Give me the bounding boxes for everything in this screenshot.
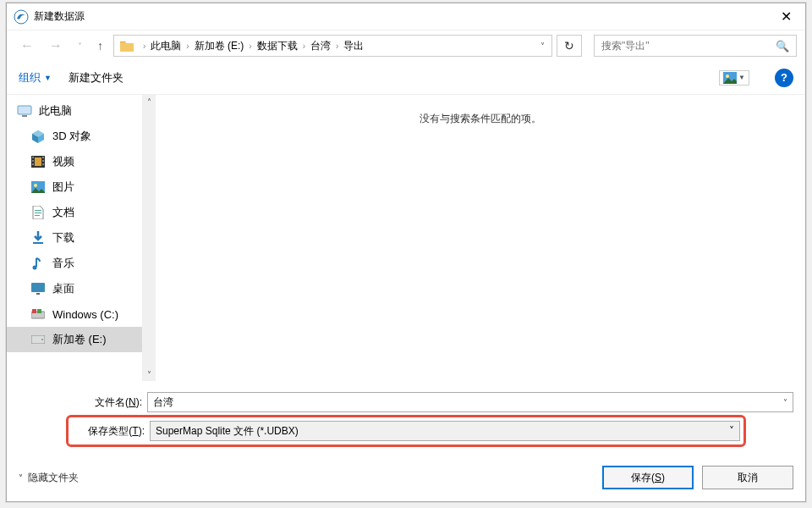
new-folder-button[interactable]: 新建文件夹 <box>69 70 123 86</box>
sidebar-item-music[interactable]: 音乐 <box>7 251 156 276</box>
savetype-label: 保存类型(T): <box>72 424 150 439</box>
chevron-right-icon: › <box>331 41 343 51</box>
chevron-down-icon: ˅ <box>19 473 23 483</box>
sidebar-root-this-pc[interactable]: 此电脑 <box>7 98 156 124</box>
sidebar-item-downloads[interactable]: 下载 <box>7 225 156 251</box>
chevron-right-icon: › <box>138 41 151 51</box>
nav-row: ← → ˅ ↑ › 此电脑 › 新加卷 (E:) › 数据下载 › 台湾 › 导… <box>7 30 805 61</box>
desktop-icon <box>30 281 46 296</box>
drive-icon <box>30 306 46 322</box>
svg-rect-15 <box>35 210 41 211</box>
help-button[interactable]: ? <box>775 69 793 87</box>
tree-label: Windows (C:) <box>52 308 118 321</box>
scroll-down-icon[interactable]: ˅ <box>142 367 156 381</box>
tree-label: 图片 <box>52 179 74 195</box>
picture-icon <box>723 72 737 84</box>
empty-message: 没有与搜索条件匹配的项。 <box>420 112 541 381</box>
svg-rect-21 <box>36 293 40 295</box>
search-icon: 🔍 <box>776 40 789 52</box>
save-dialog: 新建数据源 ✕ ← → ˅ ↑ › 此电脑 › 新加卷 (E:) › 数据下载 … <box>6 3 806 502</box>
svg-rect-9 <box>42 157 44 158</box>
doc-icon <box>30 205 46 220</box>
breadcrumb[interactable]: › 此电脑 › 新加卷 (E:) › 数据下载 › 台湾 › 导出 ˅ <box>113 35 552 57</box>
close-button[interactable]: ✕ <box>774 8 798 25</box>
app-icon <box>14 9 29 25</box>
chevron-right-icon: › <box>244 41 256 51</box>
tree-label: 3D 对象 <box>52 129 91 144</box>
music-icon <box>30 256 46 271</box>
recent-dropdown[interactable]: ˅ <box>73 41 87 51</box>
tree-label: 视频 <box>52 154 74 169</box>
filename-label: 文件名(N): <box>69 395 147 410</box>
svg-rect-10 <box>42 160 44 162</box>
sidebar-item-videos[interactable]: 视频 <box>7 149 156 174</box>
svg-rect-17 <box>35 215 40 216</box>
svg-point-26 <box>41 339 43 340</box>
chevron-right-icon: › <box>298 41 310 51</box>
download-icon <box>30 230 46 246</box>
savetype-select[interactable]: SuperMap Sqlite 文件 (*.UDBX) ˅ <box>150 421 740 441</box>
tree-label: 新加卷 (E:) <box>52 332 107 347</box>
filename-input[interactable]: 台湾 ˅ <box>147 392 793 412</box>
svg-point-19 <box>33 266 37 270</box>
svg-point-2 <box>726 75 729 78</box>
up-button[interactable]: ↑ <box>92 39 108 52</box>
pictures-icon <box>30 179 46 195</box>
sidebar: 此电脑 3D 对象 视频 图片 文档 下载 <box>7 95 156 381</box>
tree-label: 文档 <box>52 205 74 220</box>
breadcrumb-dropdown[interactable]: ˅ <box>532 41 550 51</box>
chevron-down-icon[interactable]: ˅ <box>783 398 787 407</box>
sidebar-item-documents[interactable]: 文档 <box>7 200 156 225</box>
toolbar: 组织 ▼ 新建文件夹 ▼ ? <box>7 61 805 95</box>
crumb-item[interactable]: 此电脑 <box>151 39 181 53</box>
organize-menu[interactable]: 组织 ▼ <box>19 70 52 86</box>
scroll-up-icon[interactable]: ˄ <box>142 95 156 108</box>
sidebar-item-pictures[interactable]: 图片 <box>7 174 156 200</box>
cube-icon <box>30 129 46 144</box>
search-input[interactable] <box>601 40 776 52</box>
tree-label: 下载 <box>52 230 74 246</box>
chevron-down-icon[interactable]: ˅ <box>729 425 734 437</box>
chevron-right-icon: › <box>181 41 194 51</box>
sidebar-item-3d[interactable]: 3D 对象 <box>7 124 156 149</box>
sidebar-item-drive-c[interactable]: Windows (C:) <box>7 301 156 327</box>
sidebar-item-desktop[interactable]: 桌面 <box>7 276 156 301</box>
save-button[interactable]: 保存(S) <box>602 466 694 489</box>
svg-rect-4 <box>22 115 27 117</box>
svg-rect-24 <box>37 309 41 313</box>
film-icon <box>30 154 46 169</box>
chevron-down-icon: ▼ <box>738 74 745 81</box>
sidebar-item-drive-e[interactable]: 新加卷 (E:) <box>7 327 156 352</box>
back-button[interactable]: ← <box>15 38 39 53</box>
search-box[interactable]: 🔍 <box>594 35 797 57</box>
drive-icon <box>30 332 46 347</box>
hide-folders-toggle[interactable]: ˅ 隐藏文件夹 <box>19 471 79 485</box>
cancel-button[interactable]: 取消 <box>702 466 793 489</box>
crumb-item[interactable]: 数据下载 <box>257 39 298 53</box>
svg-rect-20 <box>31 283 45 292</box>
tree-label: 音乐 <box>52 256 74 271</box>
svg-rect-3 <box>18 106 31 114</box>
svg-rect-16 <box>35 213 41 213</box>
main-area: 此电脑 3D 对象 视频 图片 文档 下载 <box>7 95 805 381</box>
folder-icon <box>119 38 134 53</box>
sidebar-scrollbar[interactable]: ˄ ˅ <box>142 95 156 381</box>
crumb-item[interactable]: 台湾 <box>310 39 331 53</box>
view-mode-button[interactable]: ▼ <box>719 70 749 86</box>
svg-rect-7 <box>32 160 34 162</box>
chevron-down-icon: ▼ <box>44 74 52 82</box>
crumb-item[interactable]: 新加卷 (E:) <box>195 39 244 53</box>
svg-rect-11 <box>42 163 44 165</box>
svg-rect-23 <box>32 309 36 313</box>
savetype-highlight: 保存类型(T): SuperMap Sqlite 文件 (*.UDBX) ˅ <box>66 415 746 447</box>
bottom-fields: 文件名(N): 台湾 ˅ 保存类型(T): SuperMap Sqlite 文件… <box>7 381 805 457</box>
refresh-button[interactable]: ↻ <box>557 35 582 57</box>
crumb-item[interactable]: 导出 <box>343 39 364 53</box>
svg-rect-6 <box>32 157 34 158</box>
tree-label: 桌面 <box>52 281 74 296</box>
file-list-area: 没有与搜索条件匹配的项。 <box>156 95 805 381</box>
forward-button[interactable]: → <box>44 38 68 53</box>
button-row: ˅ 隐藏文件夹 保存(S) 取消 <box>7 457 805 501</box>
svg-rect-12 <box>35 157 41 166</box>
tree-label: 此电脑 <box>39 103 72 119</box>
